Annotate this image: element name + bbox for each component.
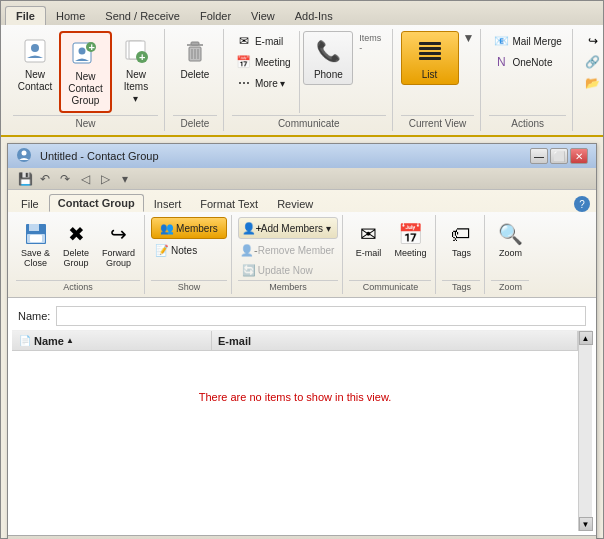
meeting-button[interactable]: 📅 Meeting [232, 52, 295, 72]
qa-redo-button[interactable]: ↷ [56, 170, 74, 188]
status-bar [8, 535, 596, 539]
delete-button[interactable]: Delete [173, 31, 217, 85]
svg-rect-19 [419, 57, 441, 60]
share-co-button[interactable]: 🔗 Share Co... [581, 52, 604, 72]
inner-group-show: 👥 Members 📝 Notes Show [147, 215, 232, 294]
new-contact-group-label: New ContactGroup [67, 71, 104, 107]
list-icon [414, 35, 446, 67]
onenote-label: OneNote [512, 57, 552, 68]
svg-rect-17 [419, 47, 441, 50]
scrollbar-vertical[interactable]: ▲ ▼ [578, 331, 592, 531]
items-label: Items - [355, 31, 385, 55]
inner-email-button[interactable]: ✉ E-mail [349, 217, 387, 262]
mail-merge-icon: 📧 [493, 33, 509, 49]
new-contact-group-button[interactable]: + New ContactGroup [59, 31, 112, 113]
update-now-button[interactable]: 🔄 Update Now [238, 261, 339, 279]
onenote-button[interactable]: N OneNote [489, 52, 565, 72]
email-button[interactable]: ✉ E-mail [232, 31, 295, 51]
tab-file[interactable]: File [5, 6, 46, 25]
close-button[interactable]: ✕ [570, 148, 588, 164]
svg-point-21 [22, 150, 27, 155]
list-view-button[interactable]: List [401, 31, 459, 85]
ribbon-content: NewContact + New ContactGroup [1, 25, 603, 137]
svg-rect-16 [419, 42, 441, 45]
open-sh-button[interactable]: 📂 Open Sh... [581, 73, 604, 93]
qa-save-button[interactable]: 💾 [16, 170, 34, 188]
qa-undo-button[interactable]: ↶ [36, 170, 54, 188]
mail-merge-button[interactable]: 📧 Mail Merge [489, 31, 565, 51]
scroll-down-button[interactable]: ▼ [579, 517, 593, 531]
inner-tab-contact-group[interactable]: Contact Group [49, 194, 144, 212]
scroll-up-button[interactable]: ▲ [579, 331, 593, 345]
qa-forward-button[interactable]: ▷ [96, 170, 114, 188]
tab-view[interactable]: View [241, 7, 285, 25]
scroll-track[interactable] [579, 345, 592, 517]
qa-back-button[interactable]: ◁ [76, 170, 94, 188]
new-items-button[interactable]: + NewItems ▾ [114, 31, 158, 109]
minimize-button[interactable]: — [530, 148, 548, 164]
members-button[interactable]: 👥 Members [151, 217, 227, 239]
delete-group-button[interactable]: ✖ DeleteGroup [57, 217, 95, 272]
inner-title: Untitled - Contact Group [40, 150, 159, 162]
new-contact-button[interactable]: NewContact [13, 31, 57, 97]
meeting-label: Meeting [255, 57, 291, 68]
inner-tab-review[interactable]: Review [268, 195, 322, 212]
outer-window: File Home Send / Receive Folder View Add… [0, 0, 604, 539]
tab-home[interactable]: Home [46, 7, 95, 25]
qa-more-button[interactable]: ▾ [116, 170, 134, 188]
name-column-header[interactable]: 📄 Name ▲ [12, 331, 212, 350]
tags-button[interactable]: 🏷 Tags [442, 217, 480, 262]
svg-text:+: + [139, 51, 145, 63]
inner-tab-insert[interactable]: Insert [145, 195, 191, 212]
notes-button[interactable]: 📝 Notes [151, 241, 227, 259]
inner-tab-format-text[interactable]: Format Text [191, 195, 267, 212]
save-close-label: Save &Close [21, 249, 50, 269]
inner-group-actions: Save &Close ✖ DeleteGroup ↪ ForwardGroup… [12, 215, 145, 294]
tab-addins[interactable]: Add-Ins [285, 7, 343, 25]
delete-label: Delete [180, 69, 209, 81]
mail-merge-label: Mail Merge [512, 36, 561, 47]
sort-icon: ▲ [66, 336, 74, 345]
email-column-header[interactable]: E-mail [212, 331, 578, 350]
group-communicate-label: Communicate [232, 115, 386, 129]
group-delete: Delete Delete [167, 29, 224, 131]
window-controls: — ⬜ ✕ [530, 148, 588, 164]
svg-rect-25 [30, 235, 42, 242]
view-dropdown-arrow[interactable]: ▼ [463, 31, 475, 45]
phone-button[interactable]: 📞 Phone [303, 31, 353, 85]
separator [299, 31, 300, 113]
remove-member-label: Remove Member [258, 245, 335, 256]
notes-label: Notes [171, 245, 197, 256]
more-button[interactable]: ⋯ More ▾ [232, 73, 295, 93]
tags-icon: 🏷 [447, 220, 475, 248]
tab-folder[interactable]: Folder [190, 7, 241, 25]
zoom-button[interactable]: 🔍 Zoom [491, 217, 529, 262]
email-icon: ✉ [236, 33, 252, 49]
remove-member-button[interactable]: 👤- Remove Member [238, 241, 339, 259]
name-label: Name: [18, 310, 50, 322]
add-members-button[interactable]: 👤+ Add Members ▾ [238, 217, 339, 239]
inner-ribbon: File Contact Group Insert Format Text Re… [8, 190, 596, 298]
forward-group-button[interactable]: ↪ ForwardGroup [97, 217, 140, 272]
zoom-icon: 🔍 [496, 220, 524, 248]
forward-button[interactable]: ↪ Forward [581, 31, 604, 51]
inner-email-label: E-mail [356, 249, 382, 259]
delete-group-icon: ✖ [62, 220, 90, 248]
group-actions: 📧 Mail Merge N OneNote Actions [483, 29, 572, 131]
inner-group-tags: 🏷 Tags Tags [438, 215, 485, 294]
update-now-icon: 🔄 [242, 263, 256, 277]
more-label: More ▾ [255, 78, 286, 89]
inner-tab-file[interactable]: File [12, 195, 48, 212]
name-input[interactable] [56, 306, 586, 326]
inner-meeting-button[interactable]: 📅 Meeting [389, 217, 431, 262]
tab-send-receive[interactable]: Send / Receive [95, 7, 190, 25]
inner-group-members: 👤+ Add Members ▾ 👤- Remove Member 🔄 Upda… [234, 215, 344, 294]
group-delete-label: Delete [173, 115, 217, 129]
current-view-label: Current View [401, 115, 475, 129]
ribbon-help-button[interactable]: ? [574, 196, 590, 212]
restore-button[interactable]: ⬜ [550, 148, 568, 164]
save-close-button[interactable]: Save &Close [16, 217, 55, 272]
inner-actions-label: Actions [16, 280, 140, 292]
name-row: Name: [12, 302, 592, 331]
inner-show-label: Show [151, 280, 227, 292]
